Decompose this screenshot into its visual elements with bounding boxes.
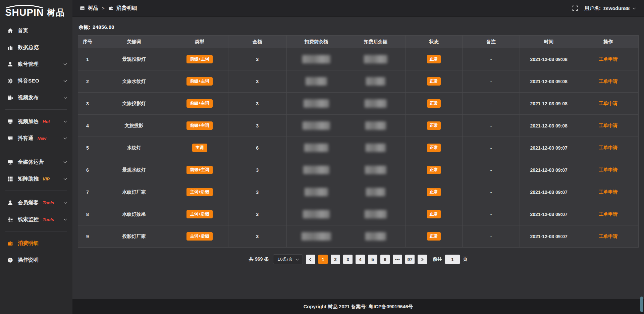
page-button-6[interactable]: 6 (380, 255, 390, 264)
cell-balance-after (346, 159, 405, 181)
redacted-balance (302, 55, 330, 63)
username-value: zswodun88 (603, 6, 630, 11)
page-button-97[interactable]: 97 (405, 255, 415, 264)
cell-remark: - (463, 115, 520, 137)
fullscreen-icon[interactable] (572, 5, 578, 11)
page-button-4[interactable]: 4 (356, 255, 365, 264)
goto-page-input[interactable] (445, 255, 460, 264)
type-badge: 主词+后缀 (186, 188, 212, 196)
sidebar-item-label: 抖音SEO (18, 77, 39, 85)
type-badge: 前缀+主词 (186, 121, 212, 129)
cell-amount: 3 (228, 93, 286, 115)
cell-keyword: 水纹灯厂家 (97, 181, 171, 203)
type-badge: 前缀+主词 (186, 99, 212, 107)
logo-text-en: SHUPIN (5, 8, 44, 17)
cell-balance-before (286, 93, 346, 115)
logo[interactable]: SHUPIN 树品 (0, 0, 72, 19)
work-order-link[interactable]: 工单申请 (599, 101, 618, 106)
cell-action: 工单申请 (578, 225, 639, 248)
cell-status: 正常 (405, 48, 462, 70)
sidebar-item-lead-monitor[interactable]: 线索监控 Tools (0, 211, 72, 228)
page-size-select[interactable]: 10条/页 (273, 254, 303, 264)
sidebar: SHUPIN 树品 首页 数据总览 账号管理 抖音SEO (0, 0, 72, 314)
status-badge: 正常 (427, 188, 441, 196)
cell-type: 主词 (171, 137, 228, 159)
cell-type: 前缀+主词 (171, 159, 228, 181)
video-camera-icon (7, 95, 13, 101)
redacted-balance (305, 188, 328, 196)
sidebar-item-data-overview[interactable]: 数据总览 (0, 39, 72, 56)
type-badge: 主词+后缀 (186, 232, 212, 240)
page-button-3[interactable]: 3 (343, 255, 353, 264)
table-row: 6 景观水纹灯 前缀+主词 3 正常 - 2021-12-03 09:07 工单… (78, 159, 639, 181)
redacted-balance (302, 232, 331, 241)
sidebar-item-instructions[interactable]: ? 操作说明 (0, 252, 72, 268)
scrollbar-thumb[interactable] (640, 297, 643, 312)
work-order-link[interactable]: 工单申请 (599, 167, 618, 172)
cell-balance-before (286, 181, 346, 203)
sidebar-item-label: 首页 (18, 27, 28, 34)
cell-remark: - (463, 181, 520, 203)
cell-balance-before (286, 115, 346, 137)
sidebar-item-account-management[interactable]: 账号管理 (0, 56, 72, 72)
table-row: 9 投影灯厂家 主词+后缀 3 正常 - 2021-12-03 09:07 工单… (78, 225, 639, 248)
sidebar-item-consumption-details[interactable]: 消费明细 (0, 235, 72, 252)
sidebar-item-label: 会员爆客 (18, 199, 39, 206)
work-order-link[interactable]: 工单申请 (599, 56, 618, 62)
sidebar-item-member-burst[interactable]: 会员爆客 Tools (0, 194, 72, 211)
redacted-balance (366, 188, 385, 196)
sidebar-item-doketong[interactable]: 抖客通 New (0, 130, 72, 147)
topbar: 树品 > 消费明细 用户名: zswodun88 (72, 0, 644, 17)
cell-time: 2021-12-03 09:08 (520, 70, 578, 93)
sidebar-item-label: 抖客通 (18, 135, 34, 142)
cell-balance-after (346, 137, 405, 159)
work-order-link[interactable]: 工单申请 (599, 189, 618, 195)
sidebar-item-label: 消费明细 (18, 240, 39, 247)
sidebar-item-omnimedia[interactable]: 全媒体运营 (0, 154, 72, 170)
cell-action: 工单申请 (578, 181, 639, 203)
vip-tag: VIP (43, 176, 50, 181)
cell-action: 工单申请 (578, 203, 639, 225)
cell-time: 2021-12-03 09:08 (520, 93, 578, 115)
sidebar-item-douyin-seo[interactable]: 抖音SEO (0, 72, 72, 89)
sidebar-item-label: 全媒体运营 (18, 159, 44, 166)
sidebar-item-home[interactable]: 首页 (0, 22, 72, 39)
page-button-1[interactable]: 1 (318, 255, 328, 264)
cell-index: 3 (78, 93, 97, 115)
topbar-right: 用户名: zswodun88 (572, 5, 636, 11)
breadcrumb-site[interactable]: 树品 (88, 5, 98, 12)
chevron-down-icon (64, 95, 67, 99)
work-order-link[interactable]: 工单申请 (599, 145, 618, 150)
work-order-link[interactable]: 工单申请 (599, 233, 618, 239)
redacted-balance (364, 55, 387, 63)
sidebar-item-video-heat[interactable]: 视频加热 Hot (0, 113, 72, 130)
work-order-link[interactable]: 工单申请 (599, 78, 618, 84)
prev-page-button[interactable] (306, 255, 315, 264)
cell-status: 正常 (405, 137, 462, 159)
cell-action: 工单申请 (578, 70, 639, 93)
page-ellipsis-button[interactable]: ••• (393, 255, 402, 264)
cell-remark: - (463, 70, 520, 93)
next-page-button[interactable] (418, 255, 427, 264)
menu-divider (5, 231, 67, 231)
cell-balance-before (286, 159, 346, 181)
work-order-link[interactable]: 工单申请 (599, 123, 618, 128)
footer: Copyright 树品 2021 备案号: 粤ICP备09019646号 (72, 299, 644, 314)
sidebar-item-matrix-boost[interactable]: 矩阵助推 VIP (0, 170, 72, 187)
cell-type: 前缀+主词 (171, 115, 228, 137)
cell-index: 2 (78, 70, 97, 93)
cell-type: 主词+后缀 (171, 203, 228, 225)
balance-label: 余额: (78, 24, 90, 30)
menu-divider (5, 150, 67, 150)
main-area: 树品 > 消费明细 用户名: zswodun88 余额:24856.00 (72, 0, 644, 314)
page-button-5[interactable]: 5 (368, 255, 377, 264)
user-menu[interactable]: 用户名: zswodun88 (585, 5, 636, 11)
work-order-link[interactable]: 工单申请 (599, 211, 618, 217)
sidebar-item-video-publish[interactable]: 视频发布 (0, 89, 72, 106)
sidebar-item-label: 线索监控 (18, 216, 39, 223)
cell-balance-after (346, 70, 405, 93)
status-badge: 正常 (427, 55, 441, 63)
breadcrumb-page[interactable]: 消费明细 (116, 5, 137, 12)
cell-remark: - (463, 137, 520, 159)
page-button-2[interactable]: 2 (331, 255, 340, 264)
